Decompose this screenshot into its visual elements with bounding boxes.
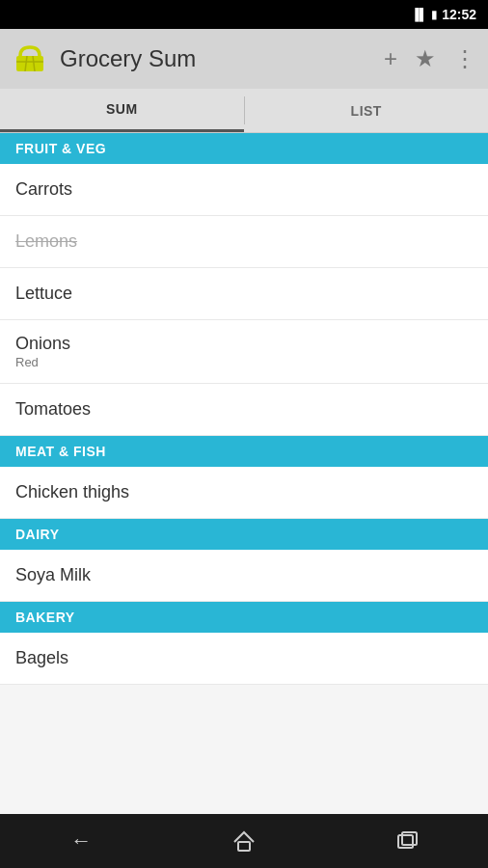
list-item[interactable]: OnionsRed (0, 320, 488, 384)
list-content: FRUIT & VEGCarrotsLemonsLettuceOnionsRed… (0, 133, 488, 814)
list-item[interactable]: Tomatoes (0, 384, 488, 436)
item-name: Onions (15, 334, 473, 354)
back-icon: ← (70, 828, 92, 854)
list-item[interactable]: Soya Milk (0, 550, 488, 602)
status-bar: ▐▌ ▮ 12:52 (0, 0, 488, 29)
star-icon[interactable]: ★ (415, 45, 436, 72)
item-name: Carrots (15, 179, 473, 200)
svg-rect-5 (398, 835, 413, 848)
more-icon[interactable]: ⋮ (453, 45, 476, 72)
item-name: Bagels (15, 648, 473, 668)
svg-rect-6 (402, 832, 417, 845)
item-name: Tomatoes (15, 399, 473, 420)
signal-icon: ▐▌ (411, 8, 427, 21)
list-item[interactable]: Lemons (0, 216, 488, 268)
app-logo-icon (12, 41, 48, 77)
svg-rect-0 (16, 56, 43, 71)
tab-sum[interactable]: SUM (0, 89, 244, 132)
app-bar-actions: + ★ ⋮ (384, 45, 476, 72)
recent-apps-button[interactable] (383, 817, 431, 865)
category-header-3: BAKERY (0, 602, 488, 633)
add-icon[interactable]: + (384, 45, 397, 72)
app-title: Grocery Sum (60, 45, 372, 72)
category-header-1: MEAT & FISH (0, 436, 488, 467)
list-item[interactable]: Lettuce (0, 268, 488, 320)
item-sub: Red (15, 355, 473, 369)
tab-list[interactable]: LIST (245, 89, 489, 132)
list-item[interactable]: Chicken thighs (0, 467, 488, 519)
category-header-2: DAIRY (0, 519, 488, 550)
item-name: Chicken thighs (15, 482, 473, 502)
category-header-0: FRUIT & VEG (0, 133, 488, 164)
status-time: 12:52 (442, 7, 476, 22)
item-name: Lemons (15, 231, 473, 252)
list-item[interactable]: Bagels (0, 633, 488, 685)
item-name: Lettuce (15, 284, 473, 304)
back-button[interactable]: ← (57, 817, 105, 865)
tabs: SUM LIST (0, 89, 488, 133)
app-bar: Grocery Sum + ★ ⋮ (0, 29, 488, 89)
home-icon (231, 828, 257, 854)
recent-apps-icon (394, 828, 420, 854)
item-name: Soya Milk (15, 565, 473, 585)
svg-rect-4 (238, 842, 250, 851)
status-icons: ▐▌ ▮ 12:52 (411, 7, 476, 22)
battery-icon: ▮ (431, 8, 438, 21)
home-button[interactable] (220, 817, 268, 865)
bottom-nav: ← (0, 814, 488, 868)
list-item[interactable]: Carrots (0, 164, 488, 216)
